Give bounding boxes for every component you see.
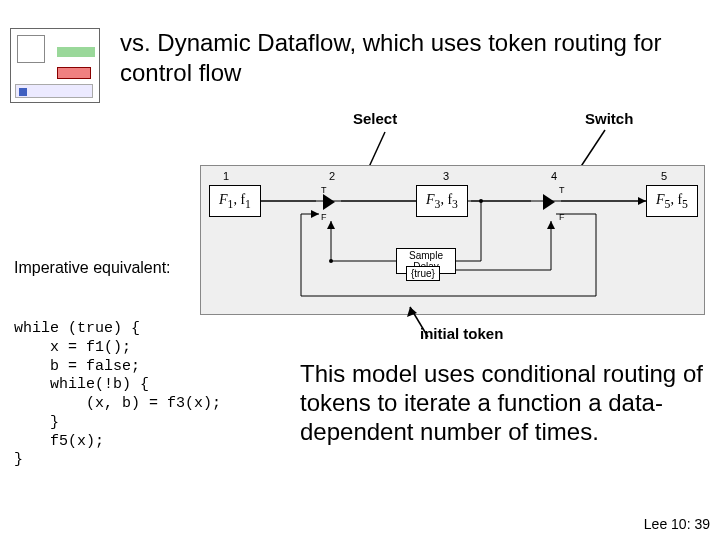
svg-marker-14 <box>327 221 335 229</box>
switch-label: Switch <box>585 110 633 127</box>
initial-token-label: initial token <box>420 325 503 342</box>
code-block: while (true) { x = f1(); b = false; whil… <box>14 320 221 470</box>
slide-title: vs. Dynamic Dataflow, which uses token r… <box>120 28 700 88</box>
port-t: T <box>321 185 327 195</box>
actor-f1: F1, f1 <box>209 185 261 217</box>
actor-f5: F5, f5 <box>646 185 698 217</box>
svg-marker-17 <box>547 221 555 229</box>
initial-token-value: {true} <box>406 266 440 281</box>
prev-slide-thumbnail <box>10 28 100 103</box>
select-actor <box>323 194 335 210</box>
svg-point-25 <box>329 259 333 263</box>
svg-marker-23 <box>311 210 319 218</box>
explanation-text: This model uses conditional routing of t… <box>300 360 706 446</box>
imperative-heading: Imperative equivalent: <box>14 258 171 277</box>
switch-actor <box>543 194 555 210</box>
actor-f3: F3, f3 <box>416 185 468 217</box>
slide-footer: Lee 10: 39 <box>644 516 710 532</box>
port-t: T <box>559 185 565 195</box>
dataflow-diagram: 1 2 3 4 5 F1, f1 <box>200 165 705 315</box>
select-label: Select <box>353 110 397 127</box>
port-f: F <box>321 212 327 222</box>
svg-point-24 <box>479 199 483 203</box>
port-f: F <box>559 212 565 222</box>
